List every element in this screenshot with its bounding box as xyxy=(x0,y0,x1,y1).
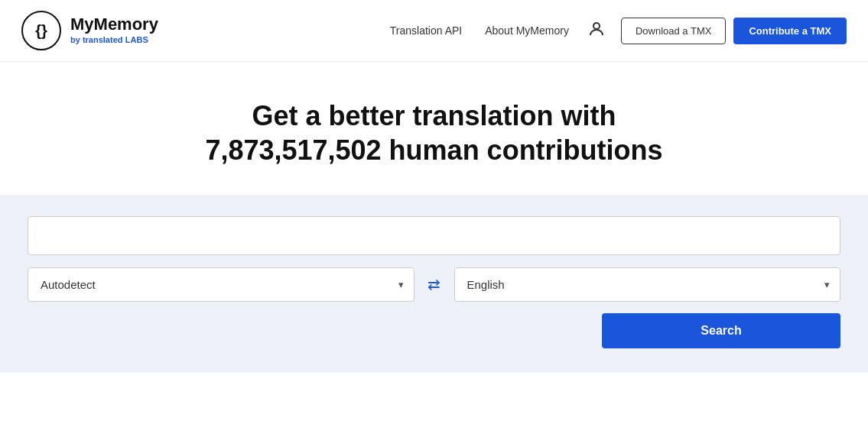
svg-point-0 xyxy=(593,23,600,29)
logo-sub-prefix: by translated xyxy=(70,35,122,44)
source-language-select[interactable]: Autodetect English Spanish French German… xyxy=(28,267,414,302)
nav-translation-api[interactable]: Translation API xyxy=(390,24,462,37)
download-tmx-button[interactable]: Download a TMX xyxy=(621,18,726,44)
logo-text: MyMemory by translated LABS xyxy=(70,15,158,47)
user-account-icon[interactable] xyxy=(587,20,606,41)
search-section: Autodetect English Spanish French German… xyxy=(0,195,868,373)
swap-arrows-icon: ⇄ xyxy=(427,275,441,293)
search-controls-row: Autodetect English Spanish French German… xyxy=(28,266,840,303)
logo-tagline: by translated LABS xyxy=(70,34,158,47)
source-language-select-wrap: Autodetect English Spanish French German… xyxy=(28,267,414,302)
search-button[interactable]: Search xyxy=(602,313,840,348)
target-language-select-wrap: English Spanish French German Italian Po… xyxy=(454,267,841,302)
search-input-row xyxy=(28,216,840,255)
hero-title: Get a better translation with 7,873,517,… xyxy=(167,99,702,167)
hero-section: Get a better translation with 7,873,517,… xyxy=(0,62,868,195)
logo-link[interactable]: {} MyMemory by translated LABS xyxy=(21,11,158,50)
swap-languages-button[interactable]: ⇄ xyxy=(414,266,454,303)
logo-labs-badge: LABS xyxy=(125,35,148,44)
person-icon xyxy=(587,20,606,38)
logo-name: MyMemory xyxy=(70,15,158,34)
logo-icon: {} xyxy=(21,11,61,50)
contribute-tmx-button[interactable]: Contribute a TMX xyxy=(733,18,847,44)
target-language-select[interactable]: English Spanish French German Italian Po… xyxy=(454,267,841,302)
main-nav: Translation API About MyMemory xyxy=(390,24,569,37)
site-header: {} MyMemory by translated LABS Translati… xyxy=(0,0,868,62)
search-button-wrap: Search xyxy=(28,313,840,348)
nav-about-mymemory[interactable]: About MyMemory xyxy=(485,24,569,37)
search-input[interactable] xyxy=(28,216,840,255)
